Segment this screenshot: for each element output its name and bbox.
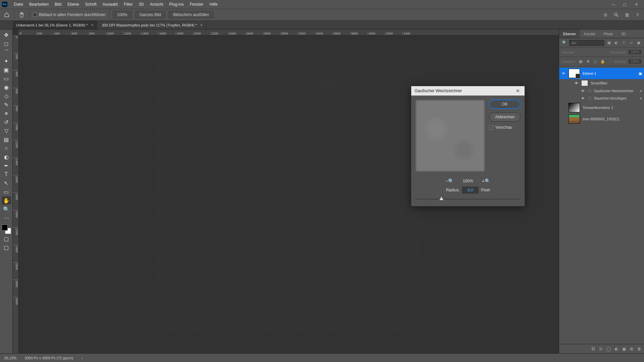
lock-all-icon[interactable]: 🔒 <box>600 59 605 64</box>
pen-tool[interactable]: ✒ <box>2 162 11 170</box>
zoom-100-button[interactable]: 100% <box>113 11 132 18</box>
screenmode-icon[interactable]: ▢ <box>2 243 11 251</box>
filter-smart-icon[interactable]: ▣ <box>636 40 641 46</box>
menu-ebene[interactable]: Ebene <box>64 2 82 7</box>
document-canvas[interactable] <box>156 58 421 333</box>
heal-tool[interactable]: ◇ <box>2 92 11 100</box>
filter-options-icon[interactable]: ≡ <box>640 97 642 100</box>
close-tab-icon[interactable]: × <box>200 23 203 27</box>
blend-mode-select[interactable]: Normal <box>562 50 574 54</box>
cloud-docs-icon[interactable]: ◎ <box>602 11 609 18</box>
restore-button[interactable]: ▢ <box>619 0 631 9</box>
close-tab-icon[interactable]: × <box>91 23 93 27</box>
layer-filter-input[interactable]: Art <box>569 40 604 46</box>
fit-screen-button[interactable]: Ganzes Bild <box>135 11 166 18</box>
menu-filter[interactable]: Filter <box>121 2 136 7</box>
radius-input[interactable] <box>462 187 478 193</box>
quickmask-icon[interactable]: ▢ <box>2 235 11 243</box>
smartfilter-mask-thumb[interactable] <box>581 80 588 86</box>
lasso-tool[interactable]: ⌒ <box>2 48 11 56</box>
visibility-icon[interactable]: 👁 <box>581 97 585 100</box>
home-icon[interactable] <box>3 11 11 19</box>
filter-shape-icon[interactable]: ▱ <box>629 40 634 46</box>
brush-tool[interactable]: ✎ <box>2 101 11 109</box>
close-button[interactable]: ✕ <box>631 0 642 9</box>
panel-tab-ebenen[interactable]: Ebenen <box>559 29 580 38</box>
adjustment-layer-icon[interactable]: ◐ <box>615 347 618 351</box>
status-zoom[interactable]: 26,13% <box>4 356 16 360</box>
layer-style-icon[interactable]: fx <box>599 347 602 351</box>
scroll-all-checkbox[interactable]: Bildlauf in allen Fenstern durchführen <box>33 12 106 17</box>
menu-hilfe[interactable]: Hilfe <box>207 2 221 7</box>
blur-tool[interactable]: ○ <box>2 144 11 152</box>
filter-options-icon[interactable]: ≡ <box>640 89 642 93</box>
eyedropper-tool[interactable]: ◉ <box>2 83 11 91</box>
type-tool[interactable]: T <box>2 170 11 178</box>
menu-bearbeiten[interactable]: Bearbeiten <box>26 2 52 7</box>
move-tool[interactable]: ✥ <box>2 31 11 39</box>
menu-ansicht[interactable]: Ansicht <box>147 2 166 7</box>
menu-datei[interactable]: Datei <box>11 2 26 7</box>
crop-tool[interactable]: ▣ <box>2 66 11 74</box>
zoom-out-icon[interactable]: −🔍 <box>447 178 453 184</box>
cancel-button[interactable]: Abbrechen <box>489 112 521 122</box>
layer-row[interactable]: Tonwertkorrektur 1 <box>559 102 644 113</box>
filter-adjust-icon[interactable]: ◐ <box>614 40 619 46</box>
workspace-icon[interactable]: ▥ <box>623 11 631 18</box>
layer-row[interactable]: 👁Ebene 1▣ <box>559 68 644 79</box>
document-tab[interactable]: 300 DPI Wassertropfen.psdc bei 117% (Tro… <box>98 21 206 29</box>
hand-tool[interactable]: ✋ <box>2 196 11 204</box>
layer-row[interactable]: 👁Gaußscher Weichzeichner≡ <box>559 87 644 95</box>
filter-pixel-icon[interactable]: ▦ <box>606 40 612 46</box>
search-icon[interactable] <box>612 11 620 18</box>
delete-layer-icon[interactable]: 🗑 <box>637 347 641 351</box>
frame-tool[interactable]: ▭ <box>2 74 11 82</box>
panel-tab-kanäle[interactable]: Kanäle <box>580 29 599 38</box>
dialog-close-button[interactable]: ✕ <box>515 88 521 94</box>
layer-row[interactable]: tree-3095683_1920(1) <box>559 113 644 125</box>
filter-type-icon[interactable]: T <box>621 40 627 46</box>
status-arrow-icon[interactable]: › <box>81 356 83 360</box>
eraser-tool[interactable]: ▽ <box>2 127 11 135</box>
document-tab[interactable]: Unbenannt-1 bei 26,1% (Ebene 1, RGB/8) *… <box>13 21 97 29</box>
opacity-value[interactable]: 100% <box>629 50 641 54</box>
menu-3d[interactable]: 3D <box>136 2 147 7</box>
menu-bild[interactable]: Bild <box>52 2 64 7</box>
new-layer-icon[interactable]: ⊞ <box>630 347 633 351</box>
layer-row[interactable]: 👁Smartfilter <box>559 79 644 87</box>
color-swatches[interactable] <box>2 225 11 234</box>
stamp-tool[interactable]: ⎈ <box>2 109 11 117</box>
panel-tab-pfade[interactable]: Pfade <box>599 29 617 38</box>
link-layers-icon[interactable]: ⛓ <box>591 347 595 351</box>
path-tool[interactable]: ↖ <box>2 179 11 187</box>
filter-toggle-icon[interactable] <box>588 89 591 93</box>
dialog-preview[interactable] <box>415 100 485 172</box>
radius-slider[interactable] <box>415 195 521 203</box>
zoom-tool[interactable]: 🔍 <box>2 205 11 213</box>
share-icon[interactable]: ⇪ <box>634 11 641 18</box>
group-icon[interactable]: ▣ <box>622 347 626 351</box>
gradient-tool[interactable]: ▤ <box>2 135 11 143</box>
layer-thumbnail[interactable] <box>569 103 580 112</box>
layer-thumbnail[interactable] <box>569 69 580 78</box>
edit-toolbar[interactable]: ⋯ <box>2 214 11 222</box>
visibility-icon[interactable]: 👁 <box>581 89 585 93</box>
marquee-tool[interactable]: ◻ <box>2 40 11 48</box>
menu-plug-ins[interactable]: Plug-ins <box>166 2 187 7</box>
visibility-icon[interactable]: 👁 <box>574 81 579 85</box>
zoom-in-icon[interactable]: +🔍 <box>483 178 489 184</box>
preview-checkbox[interactable]: ✓ Vorschau <box>489 125 521 130</box>
lock-artboard-icon[interactable]: ▢ <box>593 59 598 64</box>
minimize-button[interactable]: — <box>608 0 619 9</box>
menu-auswahl[interactable]: Auswahl <box>100 2 121 7</box>
status-docinfo[interactable]: 3000 Px x 3000 Px (72 ppcm) <box>24 356 73 360</box>
shape-tool[interactable]: ▭ <box>2 188 11 196</box>
dodge-tool[interactable]: ◐ <box>2 153 11 161</box>
lock-pixels-icon[interactable]: ▦ <box>578 59 583 64</box>
visibility-icon[interactable]: 👁 <box>561 71 566 75</box>
panel-tab-3d[interactable]: 3D <box>617 29 630 38</box>
layer-thumbnail[interactable] <box>569 114 580 124</box>
layer-row[interactable]: 👁Rauschen hinzufügen≡ <box>559 95 644 102</box>
fill-screen-button[interactable]: Bildschirm ausfüllen <box>169 11 213 18</box>
menu-schrift[interactable]: Schrift <box>82 2 100 7</box>
